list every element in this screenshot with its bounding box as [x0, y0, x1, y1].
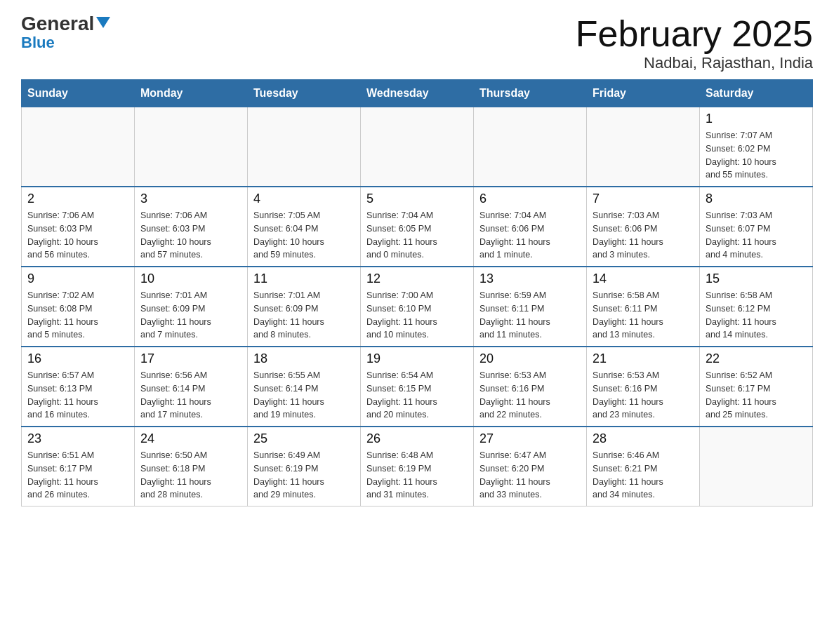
- calendar-cell: [361, 107, 474, 187]
- day-info: Sunrise: 6:54 AM Sunset: 6:15 PM Dayligh…: [366, 369, 468, 422]
- calendar-cell: 11Sunrise: 7:01 AM Sunset: 6:09 PM Dayli…: [248, 267, 361, 347]
- day-number: 1: [706, 112, 807, 126]
- calendar-table: SundayMondayTuesdayWednesdayThursdayFrid…: [21, 79, 813, 507]
- calendar-cell: 22Sunrise: 6:52 AM Sunset: 6:17 PM Dayli…: [700, 347, 813, 427]
- day-info: Sunrise: 6:56 AM Sunset: 6:14 PM Dayligh…: [140, 369, 241, 422]
- day-info: Sunrise: 7:01 AM Sunset: 6:09 PM Dayligh…: [140, 289, 241, 342]
- day-info: Sunrise: 6:55 AM Sunset: 6:14 PM Dayligh…: [253, 369, 355, 422]
- week-row-3: 9Sunrise: 7:02 AM Sunset: 6:08 PM Daylig…: [22, 267, 813, 347]
- calendar-cell: [587, 107, 700, 187]
- calendar-cell: 18Sunrise: 6:55 AM Sunset: 6:14 PM Dayli…: [248, 347, 361, 427]
- day-info: Sunrise: 6:48 AM Sunset: 6:19 PM Dayligh…: [366, 449, 468, 502]
- page-header: General Blue February 2025 Nadbai, Rajas…: [21, 14, 813, 72]
- day-number: 27: [479, 431, 581, 446]
- day-info: Sunrise: 7:07 AM Sunset: 6:02 PM Dayligh…: [706, 129, 807, 182]
- day-number: 10: [140, 271, 241, 286]
- day-info: Sunrise: 7:06 AM Sunset: 6:03 PM Dayligh…: [140, 209, 241, 262]
- week-row-1: 1Sunrise: 7:07 AM Sunset: 6:02 PM Daylig…: [22, 107, 813, 187]
- day-info: Sunrise: 6:47 AM Sunset: 6:20 PM Dayligh…: [479, 449, 581, 502]
- calendar-cell: 15Sunrise: 6:58 AM Sunset: 6:12 PM Dayli…: [700, 267, 813, 347]
- day-number: 21: [593, 351, 694, 366]
- day-number: 13: [479, 271, 581, 286]
- day-info: Sunrise: 7:06 AM Sunset: 6:03 PM Dayligh…: [27, 209, 128, 262]
- title-block: February 2025 Nadbai, Rajasthan, India: [576, 14, 813, 72]
- week-row-2: 2Sunrise: 7:06 AM Sunset: 6:03 PM Daylig…: [22, 187, 813, 267]
- day-info: Sunrise: 6:57 AM Sunset: 6:13 PM Dayligh…: [27, 369, 128, 422]
- calendar-cell: 12Sunrise: 7:00 AM Sunset: 6:10 PM Dayli…: [361, 267, 474, 347]
- day-number: 8: [706, 192, 807, 206]
- day-info: Sunrise: 7:03 AM Sunset: 6:07 PM Dayligh…: [706, 209, 807, 262]
- weekday-header-friday: Friday: [587, 80, 700, 107]
- day-info: Sunrise: 6:51 AM Sunset: 6:17 PM Dayligh…: [27, 449, 128, 502]
- calendar-cell: 8Sunrise: 7:03 AM Sunset: 6:07 PM Daylig…: [700, 187, 813, 267]
- week-row-5: 23Sunrise: 6:51 AM Sunset: 6:17 PM Dayli…: [22, 427, 813, 507]
- day-number: 17: [140, 351, 241, 366]
- day-number: 2: [27, 192, 128, 206]
- calendar-cell: 2Sunrise: 7:06 AM Sunset: 6:03 PM Daylig…: [22, 187, 135, 267]
- day-info: Sunrise: 6:58 AM Sunset: 6:12 PM Dayligh…: [706, 289, 807, 342]
- week-row-4: 16Sunrise: 6:57 AM Sunset: 6:13 PM Dayli…: [22, 347, 813, 427]
- day-info: Sunrise: 7:04 AM Sunset: 6:05 PM Dayligh…: [366, 209, 468, 262]
- weekday-header-saturday: Saturday: [700, 80, 813, 107]
- weekday-header-monday: Monday: [135, 80, 248, 107]
- day-number: 22: [706, 351, 807, 366]
- day-info: Sunrise: 7:02 AM Sunset: 6:08 PM Dayligh…: [27, 289, 128, 342]
- calendar-cell: 16Sunrise: 6:57 AM Sunset: 6:13 PM Dayli…: [22, 347, 135, 427]
- calendar-cell: 17Sunrise: 6:56 AM Sunset: 6:14 PM Dayli…: [135, 347, 248, 427]
- day-info: Sunrise: 7:00 AM Sunset: 6:10 PM Dayligh…: [366, 289, 468, 342]
- calendar-cell: 27Sunrise: 6:47 AM Sunset: 6:20 PM Dayli…: [474, 427, 587, 507]
- day-number: 24: [140, 431, 241, 446]
- logo-blue: Blue: [21, 34, 55, 52]
- day-number: 11: [253, 271, 355, 286]
- day-info: Sunrise: 6:58 AM Sunset: 6:11 PM Dayligh…: [593, 289, 694, 342]
- day-number: 26: [366, 431, 468, 446]
- weekday-header-row: SundayMondayTuesdayWednesdayThursdayFrid…: [22, 80, 813, 107]
- calendar-cell: 5Sunrise: 7:04 AM Sunset: 6:05 PM Daylig…: [361, 187, 474, 267]
- weekday-header-wednesday: Wednesday: [361, 80, 474, 107]
- calendar-cell: 3Sunrise: 7:06 AM Sunset: 6:03 PM Daylig…: [135, 187, 248, 267]
- calendar-cell: [248, 107, 361, 187]
- day-info: Sunrise: 6:50 AM Sunset: 6:18 PM Dayligh…: [140, 449, 241, 502]
- calendar-cell: 4Sunrise: 7:05 AM Sunset: 6:04 PM Daylig…: [248, 187, 361, 267]
- calendar-cell: [135, 107, 248, 187]
- day-number: 16: [27, 351, 128, 366]
- day-number: 12: [366, 271, 468, 286]
- calendar-cell: 13Sunrise: 6:59 AM Sunset: 6:11 PM Dayli…: [474, 267, 587, 347]
- day-number: 20: [479, 351, 581, 366]
- day-number: 6: [479, 192, 581, 206]
- day-number: 19: [366, 351, 468, 366]
- calendar-cell: 1Sunrise: 7:07 AM Sunset: 6:02 PM Daylig…: [700, 107, 813, 187]
- day-number: 9: [27, 271, 128, 286]
- day-info: Sunrise: 6:49 AM Sunset: 6:19 PM Dayligh…: [253, 449, 355, 502]
- day-info: Sunrise: 6:53 AM Sunset: 6:16 PM Dayligh…: [593, 369, 694, 422]
- day-number: 3: [140, 192, 241, 206]
- day-number: 14: [593, 271, 694, 286]
- calendar-cell: 6Sunrise: 7:04 AM Sunset: 6:06 PM Daylig…: [474, 187, 587, 267]
- calendar-cell: 26Sunrise: 6:48 AM Sunset: 6:19 PM Dayli…: [361, 427, 474, 507]
- day-number: 7: [593, 192, 694, 206]
- calendar-cell: 24Sunrise: 6:50 AM Sunset: 6:18 PM Dayli…: [135, 427, 248, 507]
- calendar-cell: 25Sunrise: 6:49 AM Sunset: 6:19 PM Dayli…: [248, 427, 361, 507]
- day-number: 18: [253, 351, 355, 366]
- day-info: Sunrise: 7:01 AM Sunset: 6:09 PM Dayligh…: [253, 289, 355, 342]
- day-number: 15: [706, 271, 807, 286]
- calendar-cell: 9Sunrise: 7:02 AM Sunset: 6:08 PM Daylig…: [22, 267, 135, 347]
- day-number: 4: [253, 192, 355, 206]
- weekday-header-thursday: Thursday: [474, 80, 587, 107]
- day-info: Sunrise: 7:04 AM Sunset: 6:06 PM Dayligh…: [479, 209, 581, 262]
- calendar-cell: [22, 107, 135, 187]
- location: Nadbai, Rajasthan, India: [576, 54, 813, 72]
- weekday-header-tuesday: Tuesday: [248, 80, 361, 107]
- day-number: 28: [593, 431, 694, 446]
- day-info: Sunrise: 6:59 AM Sunset: 6:11 PM Dayligh…: [479, 289, 581, 342]
- weekday-header-sunday: Sunday: [22, 80, 135, 107]
- calendar-cell: [474, 107, 587, 187]
- calendar-cell: 21Sunrise: 6:53 AM Sunset: 6:16 PM Dayli…: [587, 347, 700, 427]
- day-info: Sunrise: 6:52 AM Sunset: 6:17 PM Dayligh…: [706, 369, 807, 422]
- day-number: 5: [366, 192, 468, 206]
- calendar-cell: 23Sunrise: 6:51 AM Sunset: 6:17 PM Dayli…: [22, 427, 135, 507]
- calendar-cell: 19Sunrise: 6:54 AM Sunset: 6:15 PM Dayli…: [361, 347, 474, 427]
- logo: General Blue: [21, 14, 110, 52]
- calendar-cell: 20Sunrise: 6:53 AM Sunset: 6:16 PM Dayli…: [474, 347, 587, 427]
- day-number: 23: [27, 431, 128, 446]
